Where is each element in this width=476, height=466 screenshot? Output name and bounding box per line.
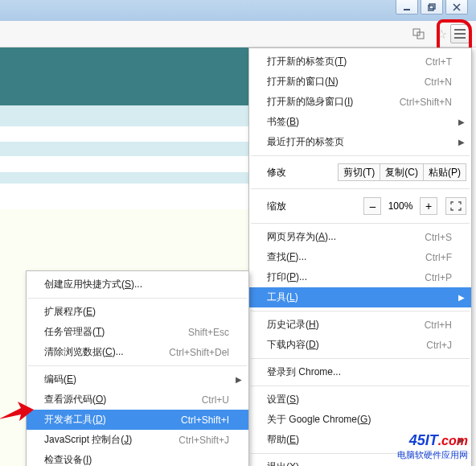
paste-button[interactable]: 粘贴(P) <box>424 163 466 181</box>
svg-rect-8 <box>454 33 466 35</box>
page-background <box>0 47 249 105</box>
menu-item-settings[interactable]: 设置(S) <box>249 390 471 410</box>
maximize-button[interactable] <box>421 0 443 14</box>
svg-rect-1 <box>428 6 433 10</box>
chevron-right-icon: ▶ <box>458 138 465 146</box>
chrome-main-menu: 打开新的标签页(T)Ctrl+T 打开新的窗口(N)Ctrl+N 打开新的隐身窗… <box>248 47 472 466</box>
submenu-item-js-console[interactable]: JavaScript 控制台(J)Ctrl+Shift+J <box>27 430 248 450</box>
menu-item-new-tab[interactable]: 打开新的标签页(T)Ctrl+T <box>249 52 471 72</box>
close-button[interactable] <box>445 0 468 14</box>
submenu-item-view-source[interactable]: 查看源代码(O)Ctrl+U <box>27 390 248 410</box>
menu-item-find[interactable]: 查找(F)...Ctrl+F <box>249 247 471 267</box>
minimize-button[interactable] <box>396 0 418 14</box>
menu-separator <box>251 155 470 156</box>
zoom-in-button[interactable]: + <box>420 197 437 215</box>
menu-item-downloads[interactable]: 下载内容(D)Ctrl+J <box>249 335 471 355</box>
svg-rect-0 <box>404 9 410 10</box>
page-background <box>0 142 249 156</box>
menu-item-about[interactable]: 关于 Google Chrome(G) <box>249 410 471 430</box>
copy-button[interactable]: 复制(C) <box>380 163 424 181</box>
menu-separator <box>251 223 470 224</box>
menu-separator <box>251 188 470 189</box>
submenu-item-dev-tools[interactable]: 开发者工具(D)Ctrl+Shift+I <box>27 410 248 430</box>
chevron-right-icon: ▶ <box>458 118 465 126</box>
chrome-menu-button[interactable] <box>450 24 470 43</box>
svg-rect-7 <box>454 29 466 31</box>
menu-item-bookmarks[interactable]: 书签(B)▶ <box>249 112 471 132</box>
fullscreen-button[interactable] <box>445 197 466 215</box>
submenu-item-encoding[interactable]: 编码(E)▶ <box>27 369 248 390</box>
menu-separator <box>251 311 470 311</box>
menu-item-signin[interactable]: 登录到 Chrome... <box>249 362 471 382</box>
menu-item-history[interactable]: 历史记录(H)Ctrl+H <box>249 315 471 335</box>
zoom-out-button[interactable]: ‒ <box>363 197 381 215</box>
menu-separator <box>251 358 470 359</box>
tools-submenu: 创建应用快捷方式(S)... 扩展程序(E) 任务管理器(T)Shift+Esc… <box>26 270 249 466</box>
menu-separator <box>251 386 470 386</box>
watermark: 45IT.com 电脑软硬件应用网 <box>397 432 468 461</box>
chevron-right-icon: ▶ <box>236 375 242 384</box>
menu-item-edit: 修改 剪切(T) 复制(C) 粘贴(P) <box>249 159 471 185</box>
submenu-item-clear-data[interactable]: 清除浏览数据(C)...Ctrl+Shift+Del <box>27 342 248 362</box>
submenu-item-inspect[interactable]: 检查设备(I) <box>27 450 248 466</box>
menu-item-incognito[interactable]: 打开新的隐身窗口(I)Ctrl+Shift+N <box>249 92 471 112</box>
submenu-item-task-manager[interactable]: 任务管理器(T)Shift+Esc <box>27 322 248 342</box>
menu-item-tools[interactable]: 工具(L)▶ <box>249 287 471 307</box>
chevron-right-icon: ▶ <box>458 293 465 302</box>
bookmark-star-icon[interactable]: ☆ <box>433 25 450 43</box>
page-background <box>0 105 249 126</box>
menu-item-zoom: 缩放 ‒ 100% + <box>249 192 471 220</box>
menu-item-recent-tabs[interactable]: 最近打开的标签页▶ <box>249 132 471 152</box>
menu-item-save-as[interactable]: 网页另存为(A)...Ctrl+S <box>249 227 471 247</box>
menu-separator <box>28 365 247 366</box>
submenu-item-extensions[interactable]: 扩展程序(E) <box>27 302 248 322</box>
menu-item-print[interactable]: 打印(P)...Ctrl+P <box>249 267 471 287</box>
cut-button[interactable]: 剪切(T) <box>338 163 380 181</box>
submenu-item-create-shortcut[interactable]: 创建应用快捷方式(S)... <box>27 274 248 295</box>
window-titlebar <box>0 0 476 21</box>
svg-rect-2 <box>429 4 435 9</box>
menu-separator <box>28 298 247 299</box>
translate-icon[interactable] <box>410 25 428 43</box>
menu-item-new-window[interactable]: 打开新的窗口(N)Ctrl+N <box>249 72 471 92</box>
zoom-value: 100% <box>381 200 420 212</box>
page-background <box>0 172 249 184</box>
browser-toolbar: ☆ <box>0 21 476 47</box>
svg-rect-9 <box>454 37 466 39</box>
